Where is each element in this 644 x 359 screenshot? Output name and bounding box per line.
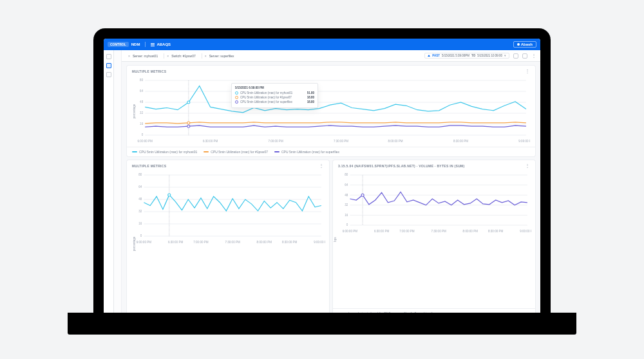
left-nav-rail (104, 50, 114, 322)
app-body: × Server: myhost01 × Switch: #1psw07 × S… (104, 50, 540, 322)
nav-search-icon[interactable] (106, 54, 111, 59)
tooltip-value: 51.80 (307, 91, 314, 95)
y-axis-label: percentage (133, 104, 136, 118)
refresh-icon[interactable] (522, 53, 527, 59)
svg-text:7:00:00 PM: 7:00:00 PM (399, 230, 415, 233)
legend-item[interactable]: CPU 5min Utilization (mac) for myhost01 (132, 150, 197, 154)
svg-text:6:00:00 PM: 6:00:00 PM (343, 230, 358, 233)
panel-menu-icon[interactable]: ⋮ (525, 163, 530, 169)
svg-text:9:00:00 PM: 9:00:00 PM (520, 230, 531, 233)
tooltip-value: 18.80 (307, 95, 314, 100)
svg-point-21 (187, 122, 190, 124)
tooltip-swatch (235, 96, 238, 99)
chevron-down-icon: ▾ (504, 54, 506, 57)
svg-text:16: 16 (345, 214, 348, 217)
laptop-base (68, 313, 576, 335)
user-name-label: Abash (521, 42, 533, 46)
filter-chip[interactable]: × Switch: #1psw07 (164, 53, 198, 59)
brand-product: NDM (131, 42, 140, 46)
svg-point-20 (187, 101, 190, 104)
panel-title: MULTIPLE METRICS (132, 69, 166, 73)
svg-text:7:30:00 PM: 7:30:00 PM (334, 140, 348, 143)
svg-text:7:30:00 PM: 7:30:00 PM (225, 241, 240, 244)
panel-title: MULTIPLE METRICS (132, 164, 166, 168)
brand-section[interactable]: ABAQS (151, 42, 171, 46)
y-axis-label: bps (334, 237, 337, 241)
svg-text:64: 64 (138, 186, 142, 189)
legend-item[interactable]: CPU 5min Utilization (mac) for #1psw07 (204, 150, 268, 154)
panel-row: MULTIPLE METRICS ⋮ percentage 0163248648… (127, 160, 535, 318)
svg-text:9:00:00 PM: 9:00:00 PM (518, 140, 530, 143)
chart-area[interactable]: percentage 016324864806:00:00 PM6:30:00 … (127, 75, 535, 147)
time-range-picker[interactable]: PAST 5/15/2021 5:39:00PM TO 5/15/2021 10… (424, 53, 509, 59)
svg-point-43 (168, 194, 171, 196)
panel-multiple-metrics-bl: MULTIPLE METRICS ⋮ percentage 0163248648… (127, 160, 329, 318)
close-icon[interactable]: × (204, 54, 207, 57)
legend-swatch (204, 151, 209, 152)
line-chart[interactable]: 016324864806:00:00 PM6:30:00 PM7:00:00 P… (131, 171, 325, 245)
tooltip-row: CPU 5min Utilization (mac) for superfile… (235, 100, 314, 104)
svg-text:48: 48 (140, 101, 144, 104)
panel-title: 3.15.5.04 (NA\FSW01.SPRN7)\PFS.SLAB.NET)… (338, 164, 465, 168)
brand-block: CONTROL NDM ABAQS (108, 42, 171, 47)
filter-chip-label: Server: superfilex (209, 54, 234, 58)
screen: CONTROL NDM ABAQS Abash (104, 39, 540, 322)
filter-bar: × Server: myhost01 × Switch: #1psw07 × S… (122, 50, 540, 62)
range-from: 5/15/2021 5:39:00PM (442, 54, 469, 57)
download-icon[interactable] (513, 53, 518, 59)
svg-text:32: 32 (138, 210, 142, 214)
panel-volume-bytes: 3.15.5.04 (NA\FSW01.SPRN7)\PFS.SLAB.NET)… (333, 160, 535, 318)
legend-label: CPU 5min Utilization (mac) for myhost01 (139, 150, 197, 154)
brand-logo: CONTROL (108, 42, 129, 47)
laptop-frame: CONTROL NDM ABAQS Abash (93, 28, 551, 322)
svg-text:6:30:00 PM: 6:30:00 PM (203, 140, 218, 143)
line-chart[interactable]: 016324864806:00:00 PM6:30:00 PM7:00:00 P… (132, 77, 530, 144)
line-chart[interactable]: 016324864806:00:00 PM6:30:00 PM7:00:00 P… (337, 171, 531, 234)
svg-text:6:30:00 PM: 6:30:00 PM (168, 241, 184, 244)
brand-separator (145, 42, 146, 47)
user-menu-button[interactable]: Abash (513, 41, 536, 48)
svg-text:32: 32 (345, 203, 348, 207)
svg-text:7:30:00 PM: 7:30:00 PM (431, 230, 446, 233)
panel-menu-icon[interactable]: ⋮ (525, 69, 530, 74)
brand-section-label: ABAQS (156, 42, 171, 46)
range-to: 5/15/2021 10:39:00 (477, 54, 502, 57)
filter-chip[interactable]: × Server: myhost01 (126, 53, 160, 59)
svg-text:64: 64 (345, 183, 348, 187)
nav-alerts-icon[interactable] (106, 72, 111, 77)
range-to-label: TO (471, 54, 475, 57)
tooltip-row: CPU 5min Utilization (mac) for myhost01 … (235, 91, 314, 95)
svg-text:64: 64 (140, 90, 144, 93)
panel-menu-icon[interactable]: ⋮ (319, 163, 324, 169)
user-avatar-icon (517, 43, 520, 46)
svg-text:0: 0 (142, 134, 144, 137)
legend-label: CPU 5min Utilization (mac) for #1psw07 (211, 150, 268, 154)
svg-text:0: 0 (140, 235, 142, 238)
legend-item[interactable]: CPU 5min Utilization (mac) for superfile… (274, 150, 339, 154)
chart-area[interactable]: bps 016324864806:00:00 PM6:30:00 PM7:00:… (333, 170, 535, 308)
chart-area[interactable]: percentage 016324864806:00:00 PM6:30:00 … (127, 170, 329, 318)
close-icon[interactable]: × (128, 54, 131, 57)
svg-text:7:00:00 PM: 7:00:00 PM (193, 241, 209, 244)
more-menu-icon[interactable]: ⋮ (531, 53, 536, 59)
svg-text:48: 48 (345, 194, 348, 197)
tooltip-timestamp: 5/15/2021 6:59:00 PM (235, 86, 314, 89)
svg-text:80: 80 (138, 174, 142, 177)
svg-text:8:30:00 PM: 8:30:00 PM (282, 241, 298, 244)
legend-label: CPU 5min Utilization (mac) for superfile… (281, 150, 339, 154)
svg-text:6:00:00 PM: 6:00:00 PM (138, 140, 153, 143)
tooltip-series-name: CPU 5min Utilization (mac) for superfile… (240, 100, 305, 104)
svg-text:8:00:00 PM: 8:00:00 PM (257, 241, 272, 244)
svg-text:8:30:00 PM: 8:30:00 PM (453, 140, 468, 143)
app-topbar: CONTROL NDM ABAQS Abash (104, 39, 540, 50)
filter-chip[interactable]: × Server: superfilex (202, 53, 236, 59)
close-icon[interactable]: × (166, 54, 169, 57)
svg-text:9:00:00 PM: 9:00:00 PM (314, 241, 325, 244)
svg-text:16: 16 (138, 223, 142, 226)
svg-text:8:00:00 PM: 8:00:00 PM (463, 230, 478, 233)
svg-point-64 (361, 194, 364, 196)
chart-legend: CPU 5min Utilization (mac) for myhost01 … (127, 147, 535, 156)
tooltip-series-name: CPU 5min Utilization (mac) for #1psw07 (240, 95, 305, 100)
legend-swatch (274, 151, 279, 152)
nav-dashboard-icon[interactable] (106, 63, 111, 68)
